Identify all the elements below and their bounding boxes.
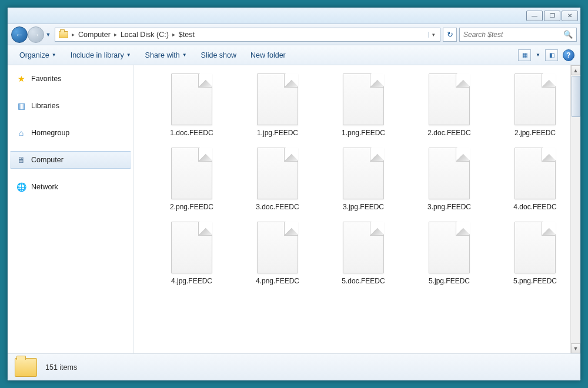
file-item[interactable]: 1.doc.FEEDC: [151, 71, 233, 139]
navigation-pane: ★ Favorites ▥ Libraries ⌂ Homegroup 🖥 Co…: [8, 65, 134, 353]
forward-button[interactable]: →: [28, 26, 44, 43]
file-item[interactable]: 3.png.FEEDC: [408, 145, 490, 213]
file-label: 5.jpg.FEEDC: [429, 277, 470, 285]
file-item[interactable]: 4.doc.FEEDC: [494, 145, 576, 213]
pane-icon: ◧: [549, 52, 554, 58]
file-icon: [429, 222, 470, 273]
sidebar-item-network[interactable]: 🌐 Network: [8, 178, 133, 196]
file-item[interactable]: 5.jpg.FEEDC: [408, 219, 490, 287]
preview-pane-button[interactable]: ◧: [545, 49, 558, 61]
file-label: 3.png.FEEDC: [427, 203, 471, 211]
search-icon[interactable]: 🔍: [563, 30, 573, 39]
file-label: 3.jpg.FEEDC: [343, 203, 384, 211]
minimize-button[interactable]: —: [526, 11, 543, 21]
file-item[interactable]: 4.jpg.FEEDC: [151, 219, 233, 287]
vertical-scrollbar[interactable]: ▲ ▼: [570, 65, 580, 353]
sidebar-item-favorites[interactable]: ★ Favorites: [8, 70, 133, 88]
scroll-thumb[interactable]: [572, 76, 580, 117]
arrow-right-icon: →: [32, 30, 40, 39]
file-icon: [514, 148, 556, 199]
breadcrumb-segment[interactable]: Computer: [76, 31, 113, 39]
view-icon: ▦: [522, 52, 527, 58]
include-library-menu[interactable]: Include in library ▼: [65, 49, 137, 62]
file-icon: [514, 222, 556, 273]
share-with-menu[interactable]: Share with ▼: [139, 49, 193, 62]
explorer-window: — ❐ ✕ ← → ▼ ▸ Computer ▸ Local Disk (C:)…: [7, 7, 581, 381]
help-button[interactable]: ?: [563, 49, 574, 61]
file-icon: [257, 148, 298, 199]
file-item[interactable]: 2.jpg.FEEDC: [494, 71, 576, 139]
file-item[interactable]: 1.png.FEEDC: [322, 71, 405, 139]
search-box[interactable]: 🔍: [459, 28, 577, 42]
chevron-down-icon: ▼: [52, 52, 56, 58]
file-label: 4.png.FEEDC: [256, 277, 299, 285]
libraries-icon: ▥: [16, 101, 26, 111]
file-item[interactable]: 3.doc.FEEDC: [236, 145, 319, 213]
search-input[interactable]: [463, 31, 563, 39]
sidebar-item-homegroup[interactable]: ⌂ Homegroup: [8, 124, 133, 142]
chevron-right-icon[interactable]: ▸: [71, 31, 76, 38]
status-bar: 151 items: [8, 353, 580, 380]
body: ★ Favorites ▥ Libraries ⌂ Homegroup 🖥 Co…: [8, 65, 580, 353]
organize-menu[interactable]: Organize ▼: [14, 49, 62, 62]
sidebar-item-label: Homegroup: [31, 129, 69, 137]
computer-icon: 🖥: [16, 155, 26, 165]
file-label: 1.png.FEEDC: [342, 129, 385, 137]
sidebar-item-libraries[interactable]: ▥ Libraries: [8, 97, 133, 115]
sidebar-item-label: Libraries: [31, 102, 59, 110]
file-label: 2.doc.FEEDC: [427, 129, 470, 137]
file-icon: [171, 222, 212, 273]
sidebar-item-computer[interactable]: 🖥 Computer: [10, 151, 131, 169]
file-label: 5.doc.FEEDC: [342, 277, 385, 285]
scroll-up-button[interactable]: ▲: [571, 65, 580, 75]
include-label: Include in library: [71, 51, 124, 59]
file-item[interactable]: 2.png.FEEDC: [151, 145, 233, 213]
command-bar: Organize ▼ Include in library ▼ Share wi…: [8, 45, 580, 65]
status-item-count: 151 items: [45, 363, 77, 372]
history-dropdown[interactable]: ▼: [44, 32, 52, 38]
file-icon: [171, 73, 212, 125]
address-dropdown[interactable]: ▾: [428, 32, 439, 38]
file-label: 2.png.FEEDC: [170, 203, 213, 211]
nav-buttons: ← → ▼: [11, 26, 52, 43]
file-item[interactable]: 5.doc.FEEDC: [322, 219, 405, 287]
file-icon: [171, 148, 212, 199]
chevron-down-icon: ▼: [182, 52, 187, 58]
view-dropdown[interactable]: ▼: [536, 52, 540, 58]
file-grid: 1.doc.FEEDC1.jpg.FEEDC1.png.FEEDC2.doc.F…: [151, 71, 578, 287]
chevron-right-icon[interactable]: ▸: [113, 31, 118, 38]
homegroup-icon: ⌂: [16, 128, 26, 138]
file-list-pane[interactable]: 1.doc.FEEDC1.jpg.FEEDC1.png.FEEDC2.doc.F…: [134, 65, 580, 353]
file-item[interactable]: 3.jpg.FEEDC: [322, 145, 405, 213]
maximize-button[interactable]: ❐: [544, 11, 560, 21]
address-bar[interactable]: ▸ Computer ▸ Local Disk (C:) ▸ $test ▾: [55, 28, 440, 42]
file-item[interactable]: 2.doc.FEEDC: [408, 71, 490, 139]
file-label: 4.jpg.FEEDC: [171, 277, 212, 285]
organize-label: Organize: [19, 51, 49, 59]
titlebar: — ❐ ✕: [8, 8, 580, 24]
chevron-right-icon[interactable]: ▸: [171, 31, 176, 38]
view-options-button[interactable]: ▦: [518, 49, 531, 61]
file-item[interactable]: 4.png.FEEDC: [236, 219, 319, 287]
arrow-left-icon: ←: [15, 30, 24, 39]
breadcrumb-segment[interactable]: Local Disk (C:): [118, 31, 171, 39]
address-root-icon[interactable]: [56, 31, 71, 38]
file-item[interactable]: 5.png.FEEDC: [494, 219, 576, 287]
file-label: 5.png.FEEDC: [513, 277, 557, 285]
sidebar-item-label: Favorites: [31, 75, 61, 83]
close-button[interactable]: ✕: [562, 11, 578, 21]
file-label: 2.jpg.FEEDC: [514, 129, 556, 137]
file-item[interactable]: 1.jpg.FEEDC: [236, 71, 319, 139]
back-button[interactable]: ←: [11, 26, 28, 43]
slideshow-button[interactable]: Slide show: [195, 49, 242, 62]
new-folder-button[interactable]: New folder: [245, 49, 292, 62]
breadcrumb-segment[interactable]: $test: [176, 31, 197, 39]
folder-icon: [59, 31, 68, 38]
file-label: 1.doc.FEEDC: [170, 129, 213, 137]
refresh-icon: ↻: [447, 30, 453, 39]
file-icon: [257, 222, 298, 273]
file-label: 3.doc.FEEDC: [256, 203, 299, 211]
chevron-down-icon: ▼: [126, 52, 131, 58]
scroll-down-button[interactable]: ▼: [571, 343, 580, 353]
refresh-button[interactable]: ↻: [443, 28, 457, 42]
